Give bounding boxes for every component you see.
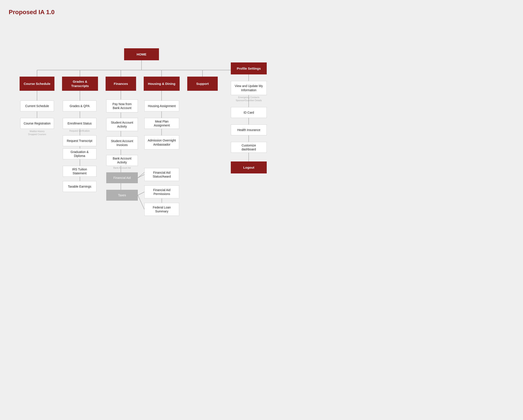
logout-node[interactable]: Logout (231, 162, 267, 173)
student-account-activity-node[interactable]: Student Account Activity (106, 118, 138, 131)
emergency-contacts-text: Emergency Contacts Sponsor/Guardian Deta… (231, 96, 267, 102)
support-node[interactable]: Support (187, 77, 218, 91)
profile-settings-node[interactable]: Profile Settings (231, 63, 267, 74)
taxable-earnings-node[interactable]: Taxable Earnings (63, 181, 97, 192)
svg-line-27 (138, 192, 144, 195)
meal-plan-node[interactable]: Meal Plan Assignment (144, 118, 179, 129)
admission-ambassador-node[interactable]: Admission Overnight Ambassador (144, 135, 179, 150)
request-transcript-node[interactable]: Request Transcript (63, 135, 97, 146)
course-reg-subtext: Waitlist History Dropped Courses (20, 130, 54, 136)
page-title: Proposed IA 1.0 (9, 9, 514, 16)
svg-line-28 (138, 195, 144, 209)
enrollment-subtext: Request Verification (63, 129, 97, 133)
home-node[interactable]: HOME (124, 48, 159, 60)
grades-transcripts-node[interactable]: Grades & Transcripts (62, 77, 98, 91)
id-card-node[interactable]: ID Card (231, 107, 267, 118)
svg-line-26 (138, 175, 144, 178)
bank-account-subtext: Bank Account list (106, 167, 138, 170)
svg-line-25 (138, 172, 144, 178)
housing-dining-node[interactable]: Housing & Dining (144, 77, 180, 91)
course-schedule-node[interactable]: Course Schedule (20, 77, 54, 91)
pay-now-node[interactable]: Pay Now from Bank Account (106, 99, 138, 113)
diagram: HOME Course Schedule Grades & Transcript… (9, 26, 514, 353)
housing-assignment-node[interactable]: Housing Assignment (144, 101, 179, 111)
financial-aid-node[interactable]: Financial Aid (106, 172, 138, 183)
grades-qpa-node[interactable]: Grades & QPA (63, 101, 97, 111)
graduation-diploma-node[interactable]: Graduation & Diploma (63, 148, 97, 159)
financial-aid-permissions-node[interactable]: Financial Aid Permissions (144, 186, 179, 198)
irs-tuition-node[interactable]: IRS Tuition Statement (63, 166, 97, 177)
enrollment-status-node[interactable]: Enrollment Status (63, 118, 97, 129)
finances-node[interactable]: Finances (106, 77, 136, 91)
student-account-invoices-node[interactable]: Student Account Invoices (106, 137, 138, 150)
view-update-node[interactable]: View and Update My Information (231, 81, 267, 95)
course-registration-node[interactable]: Course Registration (20, 118, 54, 129)
taxes-node[interactable]: Taxes (106, 190, 138, 201)
health-insurance-node[interactable]: Health Insurance (231, 124, 267, 135)
bank-account-activity-node[interactable]: Bank Account Activity (106, 155, 138, 166)
current-schedule-node[interactable]: Current Schedule (20, 101, 54, 111)
federal-loan-node[interactable]: Federal Loan Summary (144, 203, 179, 216)
financial-aid-status-node[interactable]: Financial Aid Status/Award (144, 168, 179, 181)
customize-dashboard-node[interactable]: Customize dashboard (231, 142, 267, 153)
